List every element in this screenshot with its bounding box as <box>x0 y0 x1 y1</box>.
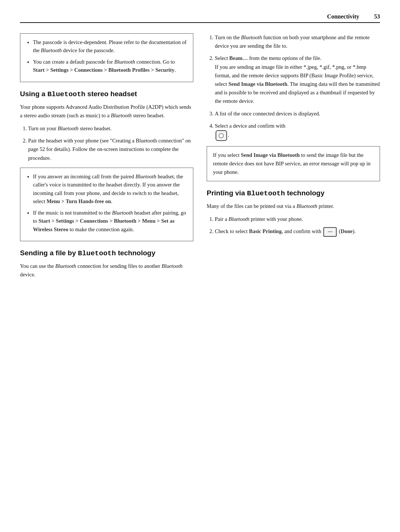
list-item: If you answer an incoming call from the … <box>33 172 187 206</box>
ok-button-icon: ◯ <box>216 130 227 141</box>
step-item: Turn on the Bluetooth function on both y… <box>215 33 380 50</box>
print-steps: Pair a Bluetooth printer with your phone… <box>207 215 380 236</box>
print-intro: Many of the files can be printed out via… <box>207 202 380 211</box>
step-item: Turn on your Bluetooth stereo headset. <box>28 124 193 133</box>
list-item: You can create a default passcode for Bl… <box>33 58 187 74</box>
step-item: Select Beam… from the menu options of th… <box>215 54 380 105</box>
section-heading-print: Printing via Bluetooth technology <box>207 189 380 198</box>
list-item: If the music is not transmitted to the B… <box>33 209 187 233</box>
page: Connectivity 53 The passcode is device-d… <box>0 0 400 532</box>
headset-notes-list: If you answer an incoming call from the … <box>26 172 187 233</box>
page-header: Connectivity 53 <box>20 13 380 23</box>
step-item: Pair the headset with your phone (see "C… <box>28 137 193 162</box>
step-item: Select a device and confirm with ◯. <box>215 122 380 141</box>
content-columns: The passcode is device-dependent. Please… <box>20 33 380 283</box>
send-intro: You can use the Bluetooth connection for… <box>20 262 193 279</box>
info-box-headset-notes: If you answer an incoming call from the … <box>20 168 193 241</box>
section-heading-headset: Using a Bluetooth stereo headset <box>20 90 193 99</box>
step-item: A list of the once connected devices is … <box>215 110 380 118</box>
right-column: Turn on the Bluetooth function on both y… <box>207 33 380 283</box>
header-title: Connectivity <box>327 13 359 20</box>
passcode-list: The passcode is device-dependent. Please… <box>26 38 187 74</box>
section-heading-send: Sending a file by Bluetooth technology <box>20 249 193 258</box>
done-button-icon: — <box>323 227 337 236</box>
headset-steps: Turn on your Bluetooth stereo headset. P… <box>20 124 193 162</box>
info-box-passcode: The passcode is device-dependent. Please… <box>20 33 193 82</box>
send-steps: Turn on the Bluetooth function on both y… <box>207 33 380 141</box>
headset-intro: Your phone supports Advanced Audio Distr… <box>20 103 193 120</box>
step-item: Check to select Basic Printing, and conf… <box>215 227 380 236</box>
list-item: The passcode is device-dependent. Please… <box>33 38 187 55</box>
left-column: The passcode is device-dependent. Please… <box>20 33 193 283</box>
header-page-number: 53 <box>374 13 380 20</box>
step-item: Pair a Bluetooth printer with your phone… <box>215 215 380 223</box>
note-box-bip: If you select Send Image via Bluetooth t… <box>207 146 380 182</box>
